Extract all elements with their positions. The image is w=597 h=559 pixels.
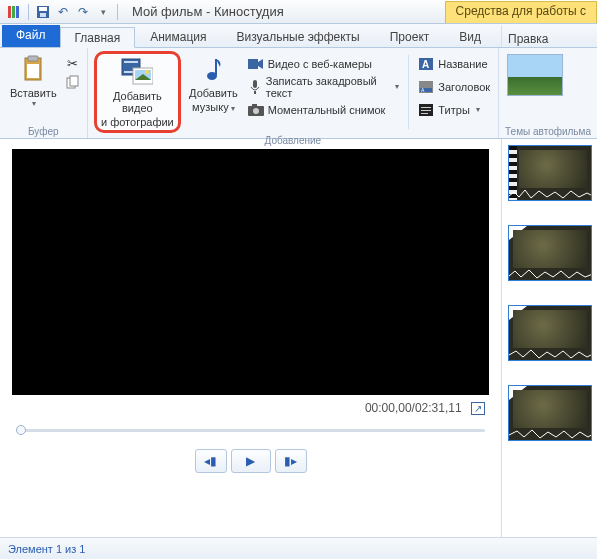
video-photo-icon	[121, 56, 153, 88]
webcam-label: Видео с веб-камеры	[268, 58, 372, 70]
title-icon: A	[418, 56, 434, 72]
svg-point-18	[207, 72, 217, 80]
group-buffer: Вставить ▾ ✂ Буфер	[0, 48, 88, 138]
video-preview[interactable]	[12, 149, 489, 395]
svg-point-17	[145, 70, 149, 74]
svg-rect-0	[8, 6, 11, 18]
svg-rect-13	[124, 61, 138, 63]
tab-vfx[interactable]: Визуальные эффекты	[222, 26, 375, 47]
group-themes: Темы автофильма	[499, 48, 597, 138]
tab-home[interactable]: Главная	[60, 27, 136, 48]
copy-icon[interactable]	[65, 74, 81, 90]
tab-file[interactable]: Файл	[2, 25, 60, 47]
fullscreen-icon[interactable]: ↗	[471, 402, 485, 415]
snapshot-button[interactable]: Моментальный снимок	[246, 99, 402, 120]
storyboard-clip[interactable]	[508, 225, 592, 281]
svg-rect-4	[39, 7, 47, 11]
add-video-photo-label2: и фотографии	[101, 116, 174, 128]
chevron-down-icon: ▾	[393, 82, 399, 91]
mic-icon	[248, 79, 262, 95]
snapshot-label: Моментальный снимок	[268, 104, 386, 116]
title-label: Название	[438, 58, 487, 70]
cut-icon[interactable]: ✂	[65, 55, 81, 71]
window-title: Мой фильм - Киностудия	[126, 4, 284, 19]
undo-icon[interactable]: ↶	[55, 4, 71, 20]
caption-icon: A	[418, 79, 434, 95]
narration-label: Записать закадровый текст	[266, 75, 390, 99]
clipboard-icon	[17, 53, 49, 85]
add-column-1: Видео с веб-камеры Записать закадровый т…	[246, 51, 402, 133]
chevron-down-icon: ▾	[229, 104, 235, 113]
svg-rect-21	[254, 91, 256, 94]
add-video-photo-button[interactable]: Добавить видео и фотографии	[94, 51, 181, 133]
qat-dropdown-icon[interactable]: ▾	[95, 4, 111, 20]
group-themes-label: Темы автофильма	[505, 124, 591, 137]
group-add: Добавить видео и фотографии Добавить муз…	[88, 48, 499, 138]
caption-button[interactable]: A Заголовок	[416, 76, 492, 97]
svg-rect-31	[421, 107, 431, 108]
title-button[interactable]: A Название	[416, 53, 492, 74]
statusbar: Элемент 1 из 1	[0, 537, 597, 559]
tab-view[interactable]: Вид	[444, 26, 496, 47]
playback-controls: ◂▮ ▶ ▮▸	[12, 443, 489, 479]
storyboard-clip[interactable]	[508, 385, 592, 441]
separator	[28, 4, 29, 20]
seek-handle[interactable]	[16, 425, 26, 435]
titlebar: ↶ ↷ ▾ Мой фильм - Киностудия Средства дл…	[0, 0, 597, 24]
status-text: Элемент 1 из 1	[8, 543, 85, 555]
save-icon[interactable]	[35, 4, 51, 20]
content-area: 00:00,00/02:31,11 ↗ ◂▮ ▶ ▮▸	[0, 139, 597, 537]
svg-rect-10	[70, 76, 78, 86]
preview-panel: 00:00,00/02:31,11 ↗ ◂▮ ▶ ▮▸	[0, 139, 501, 537]
separator	[117, 4, 118, 20]
add-music-label1: Добавить	[189, 87, 238, 99]
theme-thumbnail[interactable]	[507, 54, 563, 96]
ribbon-tabs: Файл Главная Анимация Визуальные эффекты…	[0, 24, 597, 48]
prev-frame-button[interactable]: ◂▮	[195, 449, 227, 473]
paste-button[interactable]: Вставить ▾	[6, 51, 61, 124]
ribbon: Вставить ▾ ✂ Буфер	[0, 48, 597, 139]
caption-label: Заголовок	[438, 81, 490, 93]
svg-rect-2	[16, 6, 19, 18]
add-video-photo-label1: Добавить видео	[101, 90, 174, 114]
paste-label: Вставить	[10, 87, 57, 99]
svg-rect-32	[421, 110, 431, 111]
contextual-tab-header: Средства для работы с	[445, 1, 597, 23]
svg-rect-8	[27, 64, 39, 78]
webcam-button[interactable]: Видео с веб-камеры	[246, 53, 402, 74]
add-column-2: A Название A Заголовок Титры ▾	[416, 51, 492, 133]
tab-animation[interactable]: Анимация	[135, 26, 221, 47]
add-music-label2: музыку	[192, 101, 229, 113]
webcam-icon	[248, 56, 264, 72]
group-buffer-label: Буфер	[6, 124, 81, 137]
storyboard-clip[interactable]	[508, 305, 592, 361]
credits-button[interactable]: Титры ▾	[416, 99, 492, 120]
svg-rect-1	[12, 6, 15, 18]
svg-point-23	[253, 108, 259, 114]
chevron-down-icon: ▾	[30, 99, 36, 108]
svg-rect-33	[421, 113, 428, 114]
storyboard-panel	[501, 139, 597, 537]
tab-edit[interactable]: Правка	[501, 25, 597, 47]
svg-rect-20	[253, 80, 257, 88]
storyboard-clip[interactable]	[508, 145, 592, 201]
next-frame-button[interactable]: ▮▸	[275, 449, 307, 473]
app-icon	[6, 4, 22, 20]
seek-slider[interactable]	[16, 425, 485, 435]
credits-label: Титры	[438, 104, 469, 116]
svg-rect-5	[40, 13, 46, 17]
svg-rect-19	[248, 59, 258, 69]
play-button[interactable]: ▶	[231, 449, 271, 473]
svg-rect-24	[252, 104, 257, 107]
svg-rect-7	[28, 56, 38, 61]
chevron-down-icon: ▾	[474, 105, 480, 114]
separator	[408, 55, 409, 129]
svg-text:A: A	[422, 59, 429, 70]
credits-icon	[418, 102, 434, 118]
tab-project[interactable]: Проект	[375, 26, 445, 47]
narration-button[interactable]: Записать закадровый текст ▾	[246, 76, 402, 97]
add-music-button[interactable]: Добавить музыку▾	[185, 51, 242, 133]
music-note-icon	[197, 53, 229, 85]
time-display: 00:00,00/02:31,11	[365, 401, 462, 415]
redo-icon[interactable]: ↷	[75, 4, 91, 20]
